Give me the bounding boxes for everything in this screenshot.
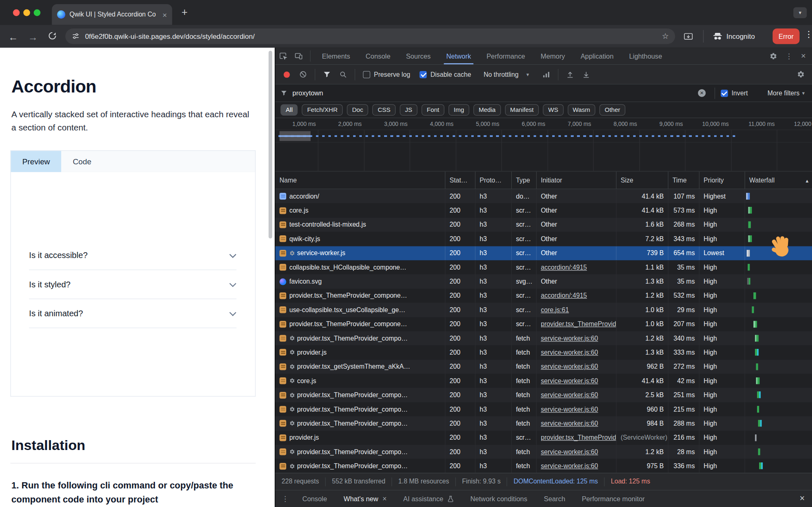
back-button[interactable]: ← — [8, 30, 18, 45]
page-scrollbar[interactable] — [268, 51, 272, 239]
drawer-tab-close-icon[interactable]: × — [382, 495, 387, 503]
error-button[interactable]: Error — [773, 28, 800, 44]
clear-network-log-icon[interactable] — [299, 71, 307, 78]
filter-chip-img[interactable]: Img — [449, 104, 469, 116]
column-header-name[interactable]: Name — [275, 172, 446, 189]
forward-button[interactable]: → — [28, 30, 38, 45]
column-header-type[interactable]: Type — [512, 172, 537, 189]
initiator-link[interactable]: service-worker.js:60 — [541, 363, 598, 370]
column-header-proto[interactable]: Proto… — [475, 172, 512, 189]
drawer-tab-search[interactable]: Search — [536, 490, 574, 507]
filter-chip-wasm[interactable]: Wasm — [567, 104, 595, 116]
close-devtools-icon[interactable]: × — [801, 51, 806, 61]
initiator-link[interactable]: service-worker.js:60 — [541, 406, 598, 413]
initiator-link[interactable]: service-worker.js:60 — [541, 335, 598, 342]
devtools-tab-application[interactable]: Application — [573, 48, 622, 64]
network-row[interactable]: provider.js200h3scr…provider.tsx_ThemePr… — [275, 431, 812, 445]
initiator-link[interactable]: service-worker.js:60 — [541, 448, 598, 456]
devtools-tab-elements[interactable]: Elements — [314, 48, 358, 64]
devtools-tab-network[interactable]: Network — [439, 48, 479, 64]
column-header-size[interactable]: Size — [617, 172, 669, 189]
close-window-button[interactable] — [13, 9, 19, 16]
filter-chip-ws[interactable]: WS — [543, 104, 563, 116]
network-row[interactable]: collapsible.tsx_HCollapsible_compone…200… — [275, 260, 812, 274]
accordion-item[interactable]: Is it animated? — [29, 299, 236, 328]
filter-chip-fetch-xhr[interactable]: Fetch/XHR — [302, 104, 343, 116]
browser-tab[interactable]: Qwik UI | Styled Accordion Co × — [52, 4, 172, 25]
network-row[interactable]: core.js200h3fetchservice-worker.js:6041.… — [275, 374, 812, 388]
network-row[interactable]: provider.tsx_ThemeProvider_compo…200h3fe… — [275, 417, 812, 431]
network-row[interactable]: provider.tsx_getSystemTheme_aKkA…200h3fe… — [275, 360, 812, 374]
clear-filter-icon[interactable]: × — [698, 89, 706, 97]
column-header-time[interactable]: Time — [668, 172, 699, 189]
network-row[interactable]: provider.tsx_ThemeProvider_compone…200h3… — [275, 317, 812, 331]
filter-chip-css[interactable]: CSS — [373, 104, 396, 116]
network-row[interactable]: provider.tsx_ThemeProvider_compo…200h3fe… — [275, 331, 812, 345]
filter-chip-js[interactable]: JS — [400, 104, 418, 116]
disable-cache-checkbox[interactable] — [420, 71, 427, 78]
initiator-link[interactable]: accordion/:4915 — [541, 264, 587, 271]
preserve-log-checkbox[interactable] — [363, 71, 370, 78]
reload-button[interactable] — [47, 30, 57, 45]
initiator-link[interactable]: service-worker.js:60 — [541, 462, 598, 470]
filter-chip-manifest[interactable]: Manifest — [505, 104, 539, 116]
accordion-item[interactable]: Is it styled? — [29, 270, 236, 299]
network-row[interactable]: provider.tsx_ThemeProvider_compo…200h3fe… — [275, 388, 812, 402]
column-header-priority[interactable]: Priority — [700, 172, 745, 189]
network-row[interactable]: test-controlled-list-mixed.js200h3scr…Ot… — [275, 218, 812, 232]
initiator-link[interactable]: service-worker.js:60 — [541, 349, 598, 356]
initiator-link[interactable]: service-worker.js:60 — [541, 391, 598, 399]
device-toolbar-icon[interactable] — [291, 52, 306, 60]
filter-input[interactable]: proxytown — [292, 89, 698, 97]
filter-funnel-icon[interactable] — [323, 71, 331, 78]
record-button[interactable] — [284, 71, 290, 78]
network-row[interactable]: service-worker.js200h3scr…Other739 B654 … — [275, 246, 812, 260]
devtools-tab-console[interactable]: Console — [358, 48, 399, 64]
new-tab-button[interactable]: + — [181, 6, 188, 18]
network-row[interactable]: accordion/200h3do…Other41.4 kB107 msHigh… — [275, 189, 812, 203]
network-row[interactable]: provider.tsx_ThemeProvider_compo…200h3fe… — [275, 402, 812, 416]
search-icon[interactable] — [339, 71, 347, 78]
drawer-close-icon[interactable]: × — [800, 493, 805, 504]
drawer-tab-performance-monitor[interactable]: Performance monitor — [574, 490, 653, 507]
filter-chip-doc[interactable]: Doc — [347, 104, 368, 116]
column-header-initiator[interactable]: Initiator — [537, 172, 616, 189]
url-text[interactable]: 0f6e2f0b.qwik-ui-site.pages.dev/docs/sty… — [85, 32, 662, 40]
devtools-settings-gear-icon[interactable] — [769, 52, 777, 60]
network-row[interactable]: provider.tsx_ThemeProvider_compo…200h3fe… — [275, 445, 812, 459]
initiator-link[interactable]: provider.tsx_ThemeProvider — [541, 320, 616, 328]
network-overview-timeline[interactable]: 1,000 ms2,000 ms3,000 ms4,000 ms5,000 ms… — [275, 118, 812, 171]
initiator-link[interactable]: service-worker.js:60 — [541, 377, 598, 385]
invert-checkbox[interactable] — [721, 90, 728, 97]
initiator-link[interactable]: service-worker.js:60 — [541, 420, 598, 427]
tab-close-icon[interactable]: × — [162, 10, 167, 19]
network-row[interactable]: use-collapsible.tsx_useCollapsible_ge…20… — [275, 303, 812, 317]
filter-chip-font[interactable]: Font — [422, 104, 444, 116]
minimize-window-button[interactable] — [23, 9, 30, 16]
tab-code[interactable]: Code — [62, 151, 103, 172]
drawer-tab-network-conditions[interactable]: Network conditions — [462, 490, 536, 507]
initiator-link[interactable]: provider.tsx_ThemeProvider — [541, 434, 616, 441]
devtools-tab-memory[interactable]: Memory — [533, 48, 573, 64]
tab-preview[interactable]: Preview — [11, 151, 61, 172]
sort-ascending-icon[interactable]: ▲ — [805, 178, 810, 184]
devtools-more-menu-icon[interactable]: ⋮ — [786, 52, 793, 60]
site-settings-icon[interactable] — [71, 32, 80, 40]
network-row[interactable]: provider.tsx_ThemeProvider_compo…200h3fe… — [275, 459, 812, 473]
export-har-icon[interactable] — [582, 71, 590, 78]
filter-chip-all[interactable]: All — [280, 104, 298, 116]
devtools-tab-performance[interactable]: Performance — [479, 48, 533, 64]
network-row[interactable]: provider.js200h3fetchservice-worker.js:6… — [275, 346, 812, 360]
zoom-window-button[interactable] — [34, 9, 40, 16]
import-har-icon[interactable] — [566, 71, 574, 78]
initiator-link[interactable]: core.js:61 — [541, 306, 569, 314]
install-app-icon[interactable] — [684, 31, 693, 45]
bookmark-star-icon[interactable]: ☆ — [662, 32, 669, 41]
throttling-select[interactable]: No throttling — [484, 71, 519, 78]
timeline-selection[interactable] — [280, 131, 311, 141]
network-row[interactable]: core.js200h3scr…Other41.4 kB573 msHigh — [275, 204, 812, 218]
accordion-item[interactable]: Is it accessible? — [29, 241, 236, 270]
devtools-tab-lighthouse[interactable]: Lighthouse — [621, 48, 670, 64]
omnibox[interactable]: 0f6e2f0b.qwik-ui-site.pages.dev/docs/sty… — [65, 28, 675, 44]
network-row[interactable]: qwik-city.js200h3scr…Other7.2 kB343 msHi… — [275, 232, 812, 246]
